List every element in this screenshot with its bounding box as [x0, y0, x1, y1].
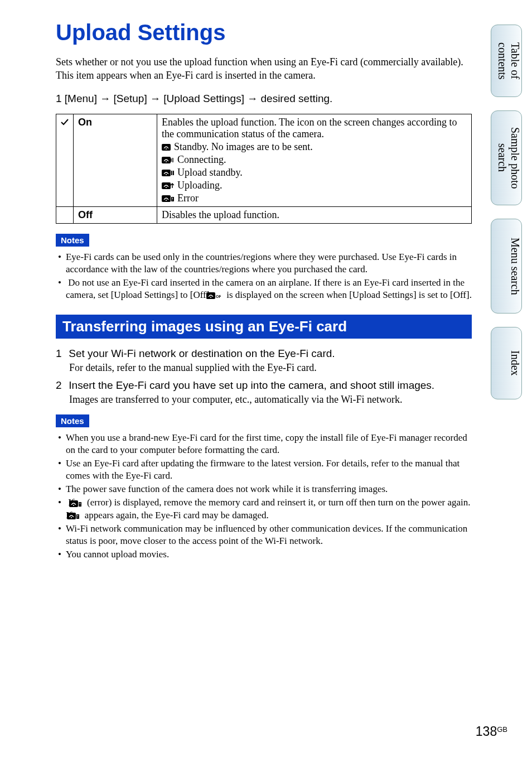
- svg-rect-22: [80, 505, 80, 505]
- svg-rect-14: [172, 200, 173, 200]
- svg-point-16: [210, 297, 211, 298]
- list-item: The power save function of the camera do…: [56, 483, 472, 495]
- svg-rect-7: [173, 171, 174, 175]
- notes-heading: Notes: [56, 414, 89, 427]
- option-on-description: Enables the upload function. The icon on…: [157, 114, 472, 206]
- step-heading: Insert the Eye-Fi card you have set up i…: [69, 379, 434, 391]
- table-cell-empty: [56, 206, 74, 223]
- svg-rect-23: [67, 513, 76, 519]
- page-number-value: 138: [476, 724, 497, 739]
- tab-menu-search[interactable]: Menu search: [491, 219, 522, 314]
- notes-list-2: When you use a brand-new Eye-Fi card for…: [56, 432, 472, 561]
- list-item: Wi-Fi network communication may be influ…: [56, 523, 472, 547]
- svg-point-24: [71, 517, 72, 518]
- option-off-description: Disables the upload function.: [157, 206, 472, 223]
- svg-rect-2: [162, 157, 171, 163]
- default-check-icon: [56, 114, 74, 206]
- svg-rect-0: [162, 144, 171, 151]
- svg-rect-18: [69, 500, 78, 507]
- page-title: Upload Settings: [56, 20, 472, 45]
- note-text-post: is displayed on the screen when [Upload …: [224, 290, 472, 300]
- wifi-uploading-icon: [162, 182, 174, 189]
- svg-point-9: [166, 187, 167, 188]
- menu-path-step: 1 [Menu] → [Setup] → [Upload Settings] →…: [56, 93, 472, 105]
- svg-point-3: [166, 161, 167, 162]
- options-table: On Enables the upload function. The icon…: [56, 114, 472, 224]
- step-body: For details, refer to the manual supplie…: [69, 362, 472, 374]
- svg-point-5: [166, 174, 167, 175]
- table-row: On Enables the upload function. The icon…: [56, 114, 472, 206]
- status-error: Error: [177, 192, 199, 204]
- svg-text:OFF: OFF: [216, 295, 221, 298]
- wifi-error-icon: [77, 500, 81, 507]
- step-number: 1: [56, 348, 66, 360]
- step-2: 2 Insert the Eye-Fi card you have set up…: [56, 379, 472, 406]
- page-number: 138GB: [476, 724, 507, 739]
- svg-rect-26: [78, 515, 78, 517]
- svg-rect-13: [172, 197, 173, 199]
- tab-table-of-contents[interactable]: Table of contents: [491, 25, 522, 97]
- option-off-label: Off: [74, 206, 157, 223]
- wifi-error-icon: [162, 195, 174, 202]
- svg-rect-27: [78, 517, 78, 518]
- note-text-post: appears again, the Eye-Fi card may be da…: [83, 510, 269, 520]
- table-row: Off Disables the upload function.: [56, 206, 472, 223]
- status-uploading: Uploading.: [177, 180, 223, 191]
- wifi-upload-standby-icon: [162, 170, 174, 176]
- svg-rect-8: [162, 182, 171, 189]
- svg-rect-10: [162, 195, 171, 202]
- option-on-lead: Enables the upload function. The icon on…: [162, 117, 457, 139]
- page-number-suffix: GB: [497, 725, 507, 734]
- svg-point-11: [166, 200, 167, 201]
- step-body: Images are transferred to your computer,…: [69, 394, 472, 406]
- list-item: Do not use an Eye-Fi card inserted in th…: [56, 277, 472, 301]
- list-item: Use an Eye-Fi card after updating the fi…: [56, 457, 472, 482]
- option-on-label: On: [74, 114, 157, 206]
- wifi-error-icon: [75, 513, 79, 519]
- notes-heading: Notes: [56, 234, 89, 247]
- svg-point-19: [73, 505, 74, 506]
- wifi-standby-icon: [162, 144, 171, 151]
- section-heading: Transferring images using an Eye-Fi card: [56, 315, 472, 339]
- svg-rect-4: [162, 170, 171, 176]
- wifi-connecting-icon: [162, 157, 174, 163]
- step-heading: Set your Wi-Fi network or destination on…: [69, 348, 335, 359]
- svg-rect-21: [80, 503, 80, 504]
- tab-sample-photo-search[interactable]: Sample photo search: [491, 110, 522, 205]
- status-standby: Standby. No images are to be sent.: [174, 141, 313, 152]
- intro-text: Sets whether or not you use the upload f…: [56, 55, 472, 83]
- notes-list-1: Eye-Fi cards can be used only in the cou…: [56, 251, 472, 301]
- list-item: Eye-Fi cards can be used only in the cou…: [56, 251, 472, 276]
- list-item: You cannot upload movies.: [56, 548, 472, 561]
- svg-rect-6: [171, 171, 172, 175]
- svg-point-1: [166, 148, 167, 150]
- status-upload-standby: Upload standby.: [177, 167, 243, 178]
- step-number: 2: [56, 379, 66, 392]
- list-item: If (error) is displayed, remove the memo…: [56, 496, 472, 521]
- tab-index[interactable]: Index: [491, 327, 522, 399]
- main-content: Upload Settings Sets whether or not you …: [56, 20, 472, 574]
- step-1: 1 Set your Wi-Fi network or destination …: [56, 348, 472, 374]
- steps-list: 1 Set your Wi-Fi network or destination …: [56, 348, 472, 406]
- status-connecting: Connecting.: [177, 154, 226, 165]
- list-item: When you use a brand-new Eye-Fi card for…: [56, 432, 472, 456]
- wifi-off-icon: OFF: [214, 292, 221, 299]
- svg-rect-15: [206, 292, 215, 299]
- side-tabs: Table of contents Sample photo search Me…: [491, 25, 522, 413]
